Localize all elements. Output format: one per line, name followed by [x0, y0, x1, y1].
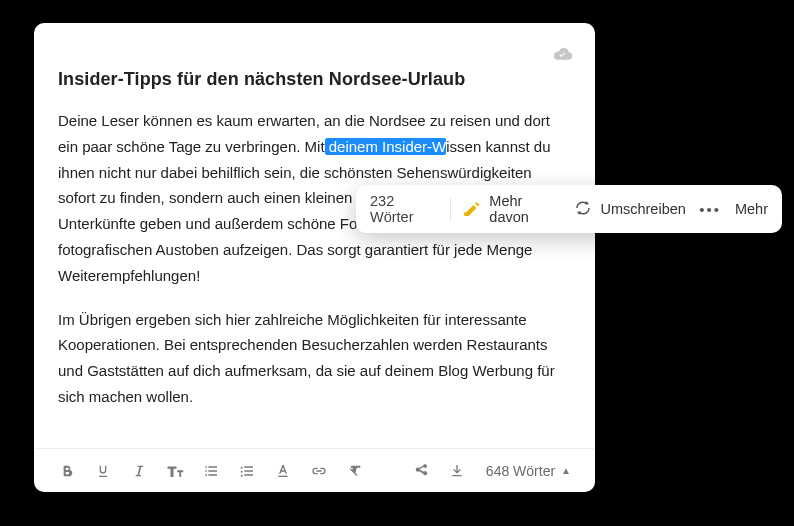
svg-rect-0 [278, 475, 287, 476]
more-of-this-label: Mehr davon [489, 193, 561, 225]
more-of-this-button[interactable]: Mehr davon [463, 193, 561, 225]
separator [450, 198, 451, 220]
share-button[interactable] [406, 456, 436, 486]
rewrite-button[interactable]: Umschreiben [574, 199, 685, 220]
numbered-list-button[interactable] [196, 456, 226, 486]
pencil-write-icon [463, 200, 481, 219]
doc-body[interactable]: Deine Leser können es kaum erwarten, an … [58, 108, 571, 410]
ai-suggest-toolbar: 232 Wörter Mehr davon Umschreiben ••• Me… [356, 185, 782, 233]
underline-button[interactable] [88, 456, 118, 486]
text-highlight[interactable]: deinem Insider-W [325, 138, 447, 155]
paragraph-2[interactable]: Im Übrigen ergeben sich hier zahlreiche … [58, 307, 571, 410]
word-count[interactable]: 648 Wörter ▲ [486, 463, 571, 479]
editor-card: Insider-Tipps für den nächsten Nordsee-U… [34, 23, 595, 492]
bold-button[interactable] [52, 456, 82, 486]
link-button[interactable] [304, 456, 334, 486]
format-toolbar: 648 Wörter ▲ [34, 448, 595, 492]
chevron-up-icon: ▲ [561, 465, 571, 476]
word-count-label: 648 Wörter [486, 463, 555, 479]
italic-button[interactable] [124, 456, 154, 486]
cloud-sync-icon [553, 47, 573, 65]
download-button[interactable] [442, 456, 472, 486]
more-menu-button[interactable]: ••• Mehr [699, 201, 768, 218]
dots-icon: ••• [699, 201, 721, 218]
bullet-list-button[interactable] [232, 456, 262, 486]
clear-format-button[interactable] [340, 456, 370, 486]
selection-word-count: 232 Wörter [370, 193, 438, 225]
svg-rect-1 [464, 212, 471, 214]
text-color-button[interactable] [268, 456, 298, 486]
doc-title[interactable]: Insider-Tipps für den nächsten Nordsee-U… [58, 69, 571, 90]
rewrite-label: Umschreiben [600, 201, 685, 217]
more-label: Mehr [735, 201, 768, 217]
text-size-button[interactable] [160, 456, 190, 486]
rewrite-icon [574, 199, 592, 220]
